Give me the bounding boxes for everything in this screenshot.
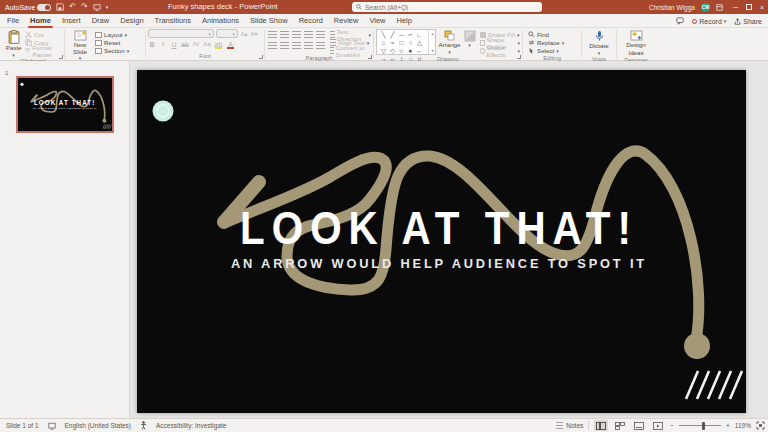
zoom-out-button[interactable]: − — [670, 422, 674, 429]
bold-button[interactable]: B — [148, 41, 156, 48]
shape-icon[interactable]: ← — [415, 47, 424, 55]
reset-button[interactable]: Reset — [95, 39, 129, 46]
font-color-button[interactable]: A — [226, 41, 235, 48]
slide[interactable] — [137, 70, 746, 413]
columns-button[interactable] — [315, 41, 326, 50]
align-right-button[interactable] — [291, 41, 302, 50]
normal-view-button[interactable] — [594, 420, 608, 431]
format-painter-button[interactable]: Format Painter — [25, 47, 62, 54]
section-button[interactable]: Section ▾ — [95, 47, 129, 54]
replace-button[interactable]: Replace ▾ — [528, 39, 564, 46]
shape-icon[interactable]: ⌂ — [379, 39, 388, 47]
shape-icon[interactable]: ● — [406, 47, 415, 55]
shape-icon[interactable]: △ — [415, 39, 424, 47]
align-center-button[interactable] — [279, 41, 290, 50]
slide-canvas[interactable] — [137, 70, 746, 413]
shape-icon[interactable]: ╲ — [379, 31, 388, 39]
font-size-combobox[interactable]: ▾ — [216, 29, 238, 38]
change-case-button[interactable]: Aa — [203, 41, 211, 47]
reading-view-button[interactable] — [632, 420, 646, 431]
share-button[interactable]: Share — [734, 18, 762, 25]
shape-effects-button[interactable]: Shape Effects ▾ — [480, 47, 520, 54]
shape-icon[interactable]: ─ — [397, 31, 406, 39]
customize-qat-chevron-icon[interactable]: ▾ — [106, 2, 109, 12]
notes-button[interactable]: Notes — [556, 422, 583, 429]
search-input[interactable] — [365, 4, 525, 11]
scroll-down-icon[interactable]: ▾ — [431, 48, 433, 53]
shape-icon[interactable]: ▽ — [379, 47, 388, 55]
line-spacing-button[interactable] — [315, 30, 326, 39]
record-button[interactable]: Record ▾ — [692, 18, 726, 25]
close-button[interactable]: × — [760, 4, 764, 11]
fit-slide-to-window-icon[interactable] — [756, 421, 765, 430]
shape-icon[interactable]: ╱ — [388, 31, 397, 39]
avatar[interactable]: CW — [701, 3, 710, 12]
font-name-combobox[interactable]: ▾ — [148, 29, 214, 38]
shapes-gallery[interactable]: ╲ ╱ ─ ⌐ ∟ ⌂ ≈ □ ○ △ ▽ ◇ ☆ ● ← → ↔ — [376, 29, 436, 55]
drawing-dialog-launcher[interactable] — [517, 55, 521, 59]
tab-animations[interactable]: Animations — [202, 14, 239, 28]
tab-help[interactable]: Help — [397, 14, 412, 28]
character-spacing-button[interactable]: AV — [192, 41, 200, 47]
design-ideas-button[interactable]: Design Ideas — [623, 29, 649, 56]
clipboard-dialog-launcher[interactable] — [59, 55, 63, 59]
shape-icon[interactable]: ∟ — [415, 31, 424, 39]
tab-file[interactable]: File — [7, 14, 19, 28]
minimize-button[interactable]: ─ — [733, 4, 738, 11]
scroll-up-icon[interactable]: ▴ — [431, 31, 433, 36]
convert-to-smartart-button[interactable]: Convert to SmartArt — [330, 47, 371, 54]
tab-insert[interactable]: Insert — [62, 14, 81, 28]
zoom-in-button[interactable]: + — [726, 422, 730, 429]
slide-sorter-view-button[interactable] — [613, 420, 627, 431]
accessibility-status[interactable]: Accessibility: Investigate — [156, 422, 226, 429]
numbering-button[interactable] — [279, 30, 290, 39]
shape-icon[interactable]: □ — [397, 39, 406, 47]
grow-font-button[interactable]: A▴ — [240, 30, 248, 37]
maximize-button[interactable] — [746, 4, 752, 10]
tab-draw[interactable]: Draw — [92, 14, 110, 28]
autosave-toggle[interactable]: AutoSave — [5, 4, 51, 11]
shape-icon[interactable]: ◇ — [388, 47, 397, 55]
italic-button[interactable]: I — [159, 40, 167, 48]
language-indicator[interactable]: English (United States) — [65, 422, 131, 429]
zoom-slider[interactable] — [679, 425, 721, 426]
indent-decrease-button[interactable] — [291, 30, 302, 39]
tab-design[interactable]: Design — [120, 14, 143, 28]
shape-icon[interactable]: ☆ — [397, 47, 406, 55]
indent-increase-button[interactable] — [303, 30, 314, 39]
new-slide-button[interactable]: New Slide ▾ — [67, 29, 93, 60]
cut-button[interactable]: Cut — [25, 31, 62, 38]
quick-styles-button[interactable]: ▾ — [462, 29, 476, 47]
undo-icon[interactable]: ↶ — [69, 2, 76, 12]
ribbon-options-icon[interactable] — [716, 4, 723, 11]
paragraph-dialog-launcher[interactable] — [368, 55, 372, 59]
autosave-switch-icon[interactable] — [37, 4, 51, 11]
slide-thumbnail-panel[interactable]: 1 — [0, 61, 130, 418]
text-direction-button[interactable]: Text Direction ▾ — [330, 31, 371, 38]
align-left-button[interactable] — [267, 41, 278, 50]
paste-button[interactable]: Paste ▾ — [4, 29, 23, 57]
dictate-button[interactable]: Dictate ▾ — [586, 29, 612, 55]
slide-indicator[interactable]: Slide 1 of 1 — [6, 422, 39, 429]
justify-button[interactable] — [303, 41, 314, 50]
slide-show-button[interactable] — [651, 420, 665, 431]
shrink-font-button[interactable]: A▾ — [250, 30, 258, 37]
tab-view[interactable]: View — [369, 14, 385, 28]
display-settings-icon[interactable] — [48, 422, 56, 430]
search-box[interactable] — [352, 2, 542, 12]
tab-record[interactable]: Record — [299, 14, 323, 28]
zoom-level[interactable]: 119% — [735, 422, 751, 429]
redo-icon[interactable]: ↷ — [81, 2, 88, 12]
font-dialog-launcher[interactable] — [259, 55, 263, 59]
shape-icon[interactable]: ⌐ — [406, 31, 415, 39]
slide-thumbnail[interactable] — [16, 76, 114, 133]
bullets-button[interactable] — [267, 30, 278, 39]
find-button[interactable]: Find — [528, 31, 564, 38]
user-name[interactable]: Christian Wigga — [649, 4, 695, 11]
underline-button[interactable]: U — [170, 41, 178, 48]
comments-icon[interactable] — [676, 17, 684, 25]
text-highlight-button[interactable]: ab — [214, 41, 223, 48]
gallery-scrollbar[interactable]: ▴ ▾ — [428, 30, 435, 54]
shape-icon[interactable]: ≈ — [388, 39, 397, 47]
tab-review[interactable]: Review — [334, 14, 359, 28]
